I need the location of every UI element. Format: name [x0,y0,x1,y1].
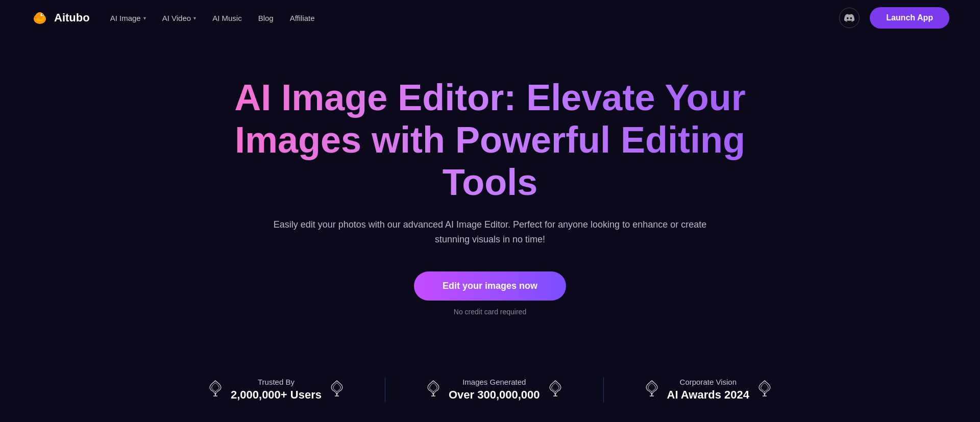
laurel-left-icon-3 [645,379,659,401]
nav-item-affiliate[interactable]: Affiliate [290,14,315,22]
navbar: Aitubo AI Image ▾ AI Video ▾ AI Music Bl… [0,0,980,36]
hero-subtitle: Easily edit your photos with our advance… [260,217,720,247]
svg-point-4 [42,14,43,15]
navbar-left: Aitubo AI Image ▾ AI Video ▾ AI Music Bl… [31,9,315,27]
hero-title: AI Image Editor: Elevate Your Images wit… [184,77,796,203]
nav-item-blog[interactable]: Blog [258,14,274,22]
edit-images-button[interactable]: Edit your images now [414,271,566,301]
stat-value-users: 2,000,000+ Users [231,388,322,402]
logo-container[interactable]: Aitubo [31,9,90,27]
discord-button[interactable] [839,8,860,28]
stat-label-users: Trusted By [258,378,295,386]
cta-container: Edit your images now No credit card requ… [414,271,566,316]
laurel-right-icon-3 [757,379,772,401]
stat-text-images: Images Generated Over 300,000,000 [449,378,540,402]
chevron-down-icon: ▾ [143,15,146,21]
logo-icon [31,9,49,27]
stat-divider-2 [603,377,604,403]
launch-app-button[interactable]: Launch App [870,7,949,29]
stats-section: Trusted By 2,000,000+ Users Images Gener… [0,346,980,422]
stat-text-users: Trusted By 2,000,000+ Users [231,378,322,402]
nav-label-ai-image: AI Image [110,14,141,22]
nav-label-ai-music: AI Music [212,14,242,22]
nav-item-ai-music[interactable]: AI Music [212,14,242,22]
nav-item-ai-video[interactable]: AI Video ▾ [162,14,196,22]
nav-links: AI Image ▾ AI Video ▾ AI Music Blog Affi… [110,14,315,22]
nav-label-affiliate: Affiliate [290,14,315,22]
stat-item-users: Trusted By 2,000,000+ Users [208,378,344,402]
laurel-left-icon-2 [426,379,440,401]
nav-label-blog: Blog [258,14,274,22]
brand-name: Aitubo [54,11,90,24]
laurel-right-icon-2 [548,379,562,401]
laurel-left-icon [208,379,223,401]
stat-value-awards: AI Awards 2024 [667,388,749,402]
chevron-down-icon: ▾ [193,15,196,21]
stat-item-images: Images Generated Over 300,000,000 [426,378,562,402]
hero-section: AI Image Editor: Elevate Your Images wit… [0,36,980,346]
stat-divider-1 [385,377,385,403]
stat-label-awards: Corporate Vision [680,378,737,386]
stat-text-awards: Corporate Vision AI Awards 2024 [667,378,749,402]
nav-item-ai-image[interactable]: AI Image ▾ [110,14,146,22]
nav-label-ai-video: AI Video [162,14,191,22]
stat-label-images: Images Generated [462,378,526,386]
stat-value-images: Over 300,000,000 [449,388,540,402]
discord-icon [844,13,854,23]
laurel-right-icon [330,379,344,401]
stat-item-awards: Corporate Vision AI Awards 2024 [645,378,772,402]
navbar-right: Launch App [839,7,949,29]
cta-note: No credit card required [454,308,526,316]
